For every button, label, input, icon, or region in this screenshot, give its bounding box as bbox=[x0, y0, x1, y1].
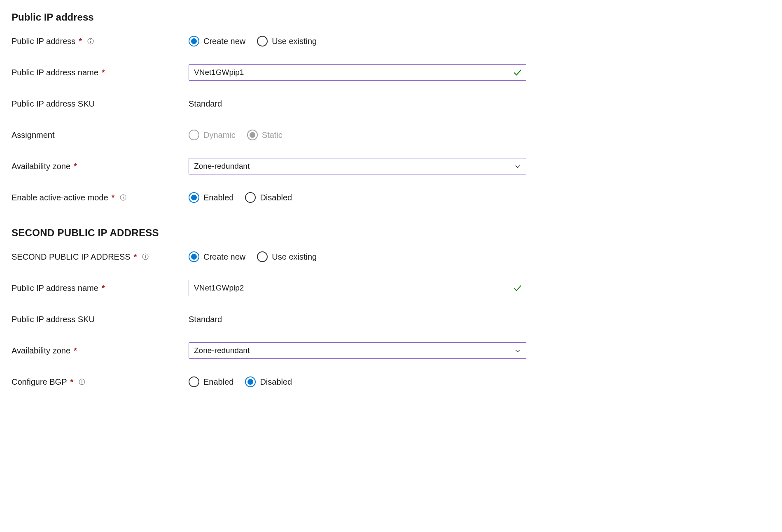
row-public-ip-name: Public IP address name * bbox=[12, 64, 770, 81]
radio-label-use-existing: Use existing bbox=[272, 37, 317, 46]
dropdown-second-availability-zone[interactable]: Zone-redundant bbox=[189, 342, 526, 359]
required-marker: * bbox=[79, 37, 82, 46]
input-second-public-ip-name[interactable] bbox=[189, 280, 526, 296]
label-second-public-ip-name: Public IP address name bbox=[12, 283, 98, 293]
required-marker: * bbox=[102, 283, 105, 293]
label-second-availability-zone: Availability zone bbox=[12, 346, 70, 355]
radio-assignment-static: Static bbox=[247, 130, 282, 140]
required-marker: * bbox=[102, 68, 105, 77]
value-second-public-ip-sku: Standard bbox=[189, 315, 222, 324]
radio-public-ip-create-new[interactable]: Create new bbox=[189, 36, 245, 46]
row-availability-zone: Availability zone * Zone-redundant bbox=[12, 158, 770, 174]
svg-point-5 bbox=[123, 196, 124, 197]
row-active-active: Enable active-active mode * Enabled Disa… bbox=[12, 189, 770, 206]
radio-label-enabled: Enabled bbox=[203, 377, 233, 387]
svg-point-2 bbox=[90, 39, 91, 40]
dropdown-value-availability-zone: Zone-redundant bbox=[194, 162, 250, 171]
row-second-public-ip-name: Public IP address name * bbox=[12, 280, 770, 296]
radio-label-dynamic: Dynamic bbox=[203, 130, 236, 140]
required-marker: * bbox=[74, 162, 77, 171]
info-icon[interactable] bbox=[87, 37, 94, 45]
row-public-ip-address: Public IP address * Create new Use exist… bbox=[12, 33, 770, 49]
svg-point-11 bbox=[82, 380, 82, 381]
dropdown-availability-zone[interactable]: Zone-redundant bbox=[189, 158, 526, 174]
input-wrap-public-ip-name bbox=[189, 64, 526, 81]
row-second-public-ip-sku: Public IP address SKU Standard bbox=[12, 311, 770, 328]
required-marker: * bbox=[70, 377, 74, 387]
section-heading-second-public-ip: SECOND PUBLIC IP ADDRESS bbox=[12, 227, 770, 239]
row-public-ip-sku: Public IP address SKU Standard bbox=[12, 95, 770, 112]
info-icon[interactable] bbox=[119, 194, 127, 201]
radio-label-static: Static bbox=[262, 130, 282, 140]
info-icon[interactable] bbox=[78, 378, 86, 386]
value-public-ip-sku: Standard bbox=[189, 99, 222, 109]
radio-label-disabled: Disabled bbox=[260, 193, 292, 202]
label-public-ip-address: Public IP address bbox=[12, 37, 75, 46]
section-heading-public-ip: Public IP address bbox=[12, 12, 770, 23]
info-icon[interactable] bbox=[142, 253, 149, 260]
radio-label-create-new: Create new bbox=[203, 37, 245, 46]
radio-active-active-enabled[interactable]: Enabled bbox=[189, 192, 233, 203]
row-assignment: Assignment Dynamic Static bbox=[12, 127, 770, 143]
radio-active-active-disabled[interactable]: Disabled bbox=[245, 192, 292, 203]
label-public-ip-sku: Public IP address SKU bbox=[12, 99, 95, 109]
label-assignment: Assignment bbox=[12, 130, 55, 140]
input-public-ip-name[interactable] bbox=[189, 64, 526, 81]
svg-point-8 bbox=[145, 255, 146, 256]
radio-assignment-dynamic: Dynamic bbox=[189, 130, 236, 140]
radio-second-ip-create-new[interactable]: Create new bbox=[189, 251, 245, 262]
input-wrap-second-public-ip-name bbox=[189, 280, 526, 296]
radio-bgp-enabled[interactable]: Enabled bbox=[189, 376, 233, 387]
chevron-down-icon bbox=[514, 347, 521, 354]
radio-label-use-existing: Use existing bbox=[272, 252, 317, 262]
radio-public-ip-use-existing[interactable]: Use existing bbox=[257, 36, 317, 46]
chevron-down-icon bbox=[514, 163, 521, 170]
radio-second-ip-use-existing[interactable]: Use existing bbox=[257, 251, 317, 262]
radio-label-disabled: Disabled bbox=[260, 377, 292, 387]
radio-label-enabled: Enabled bbox=[203, 193, 233, 202]
row-second-public-ip: SECOND PUBLIC IP ADDRESS * Create new Us… bbox=[12, 249, 770, 265]
label-configure-bgp: Configure BGP bbox=[12, 377, 67, 387]
radio-bgp-disabled[interactable]: Disabled bbox=[245, 376, 292, 387]
row-configure-bgp: Configure BGP * Enabled Disabled bbox=[12, 374, 770, 390]
radio-label-create-new: Create new bbox=[203, 252, 245, 262]
checkmark-icon bbox=[513, 283, 522, 293]
required-marker: * bbox=[134, 252, 137, 262]
dropdown-value-second-availability-zone: Zone-redundant bbox=[194, 346, 250, 355]
label-second-public-ip-sku: Public IP address SKU bbox=[12, 315, 95, 324]
checkmark-icon bbox=[513, 68, 522, 77]
label-active-active: Enable active-active mode bbox=[12, 193, 108, 202]
label-second-public-ip: SECOND PUBLIC IP ADDRESS bbox=[12, 252, 131, 262]
label-public-ip-name: Public IP address name bbox=[12, 68, 98, 77]
required-marker: * bbox=[112, 193, 115, 202]
label-availability-zone: Availability zone bbox=[12, 162, 70, 171]
row-second-availability-zone: Availability zone * Zone-redundant bbox=[12, 342, 770, 359]
required-marker: * bbox=[74, 346, 77, 355]
